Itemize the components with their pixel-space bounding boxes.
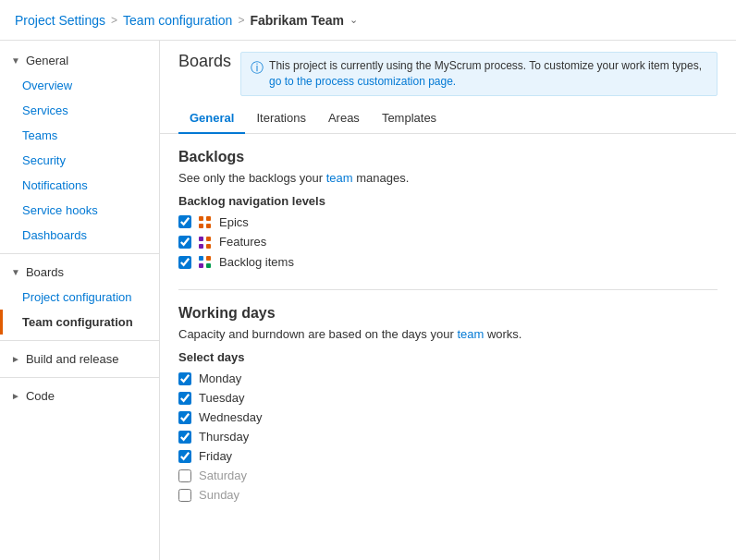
chevron-down-icon-boards: ▼ (11, 267, 20, 277)
day-saturday: Saturday (178, 469, 718, 482)
sidebar-item-services[interactable]: Services (0, 98, 159, 123)
backlogs-team-link[interactable]: team (326, 171, 353, 185)
sidebar-section-boards[interactable]: ▼ Boards (0, 260, 159, 285)
backlogs-desc: See only the backlogs your team manages. (178, 171, 718, 185)
sunday-label: Sunday (199, 488, 239, 502)
sidebar-code-label: Code (26, 389, 55, 403)
breadcrumb-team-configuration[interactable]: Team configuration (123, 13, 232, 28)
info-link[interactable]: go to the process customization page. (269, 75, 456, 88)
tuesday-label: Tuesday (199, 391, 244, 405)
working-days-section: Working days Capacity and burndown are b… (160, 290, 736, 522)
epics-icon (199, 215, 212, 230)
wednesday-label: Wednesday (199, 410, 262, 424)
day-thursday: Thursday (178, 430, 718, 444)
day-monday: Monday (178, 371, 718, 385)
saturday-label: Saturday (199, 469, 247, 482)
select-days-label: Select days (178, 350, 718, 364)
breadcrumb-project-settings[interactable]: Project Settings (15, 13, 105, 28)
sidebar-section-build-release[interactable]: ► Build and release (0, 347, 159, 371)
top-bar: Project Settings > Team configuration > … (0, 0, 736, 41)
breadcrumb-sep-1: > (111, 14, 117, 27)
thursday-label: Thursday (199, 430, 249, 444)
chevron-right-icon-build: ► (11, 354, 20, 364)
sidebar-divider-1 (0, 253, 159, 254)
breadcrumb-sep-2: > (238, 14, 244, 27)
working-days-title: Working days (178, 305, 718, 322)
breadcrumb: Project Settings > Team configuration > … (15, 13, 358, 28)
checkbox-wednesday[interactable] (178, 411, 191, 424)
backlog-items-label: Backlog items (219, 255, 294, 269)
sidebar: ▼ General Overview Services Teams Securi… (0, 41, 160, 560)
chevron-down-icon: ▼ (11, 55, 20, 66)
friday-label: Friday (199, 449, 232, 463)
tabs: General Iterations Areas Templates (160, 103, 736, 134)
info-text: This project is currently using the MySc… (269, 58, 707, 90)
tab-iterations[interactable]: Iterations (245, 103, 316, 134)
working-days-desc: Capacity and burndown are based on the d… (178, 327, 718, 341)
checkbox-thursday[interactable] (178, 431, 191, 444)
boards-header: Boards ⓘ This project is currently using… (160, 41, 736, 96)
breadcrumb-team-name: Fabrikam Team (250, 13, 344, 28)
sidebar-section-code[interactable]: ► Code (0, 383, 159, 408)
backlog-item-epics: Epics (178, 215, 718, 230)
tab-templates[interactable]: Templates (371, 103, 448, 134)
sidebar-section-general[interactable]: ▼ General (0, 48, 159, 73)
sidebar-item-overview[interactable]: Overview (0, 73, 159, 98)
tab-general[interactable]: General (178, 103, 245, 134)
checkbox-tuesday[interactable] (178, 392, 191, 405)
day-tuesday: Tuesday (178, 391, 718, 405)
info-banner: ⓘ This project is currently using the My… (240, 52, 718, 96)
sidebar-item-security[interactable]: Security (0, 148, 159, 173)
epics-label: Epics (219, 215, 249, 229)
backlogs-title: Backlogs (178, 149, 718, 165)
checkbox-sunday[interactable] (178, 489, 191, 502)
backlog-item-backlog-items: Backlog items (178, 255, 718, 270)
checkbox-saturday[interactable] (178, 469, 191, 482)
features-icon (199, 235, 212, 250)
day-sunday: Sunday (178, 488, 718, 502)
sidebar-item-team-config[interactable]: Team configuration (0, 310, 159, 335)
features-label: Features (219, 235, 266, 249)
info-icon: ⓘ (251, 59, 264, 78)
sidebar-build-release-label: Build and release (26, 352, 118, 366)
sidebar-item-service-hooks[interactable]: Service hooks (0, 198, 159, 223)
checkbox-backlog-items[interactable] (178, 256, 191, 269)
backlog-items-icon (199, 255, 212, 270)
sidebar-general-label: General (26, 54, 68, 67)
checkbox-monday[interactable] (178, 372, 191, 385)
checkbox-features[interactable] (178, 236, 191, 249)
sidebar-boards-label: Boards (26, 265, 64, 279)
day-wednesday: Wednesday (178, 410, 718, 424)
content-area: Boards ⓘ This project is currently using… (160, 41, 736, 560)
boards-title: Boards (178, 52, 231, 71)
main-layout: ▼ General Overview Services Teams Securi… (0, 41, 736, 560)
backlog-item-features: Features (178, 235, 718, 250)
day-friday: Friday (178, 449, 718, 463)
chevron-right-icon-code: ► (11, 391, 20, 401)
sidebar-item-project-config[interactable]: Project configuration (0, 285, 159, 310)
checkbox-friday[interactable] (178, 450, 191, 463)
backlogs-section: Backlogs See only the backlogs your team… (160, 134, 736, 290)
sidebar-item-teams[interactable]: Teams (0, 123, 159, 148)
checkbox-epics[interactable] (178, 215, 191, 228)
monday-label: Monday (199, 371, 241, 385)
sidebar-item-notifications[interactable]: Notifications (0, 173, 159, 198)
nav-levels-title: Backlog navigation levels (178, 194, 718, 208)
sidebar-item-dashboards[interactable]: Dashboards (0, 223, 159, 248)
working-days-team-link[interactable]: team (457, 327, 484, 341)
dropdown-chevron-icon[interactable]: ⌄ (350, 14, 358, 26)
sidebar-divider-2 (0, 340, 159, 341)
sidebar-divider-3 (0, 377, 159, 378)
tab-areas[interactable]: Areas (317, 103, 371, 134)
